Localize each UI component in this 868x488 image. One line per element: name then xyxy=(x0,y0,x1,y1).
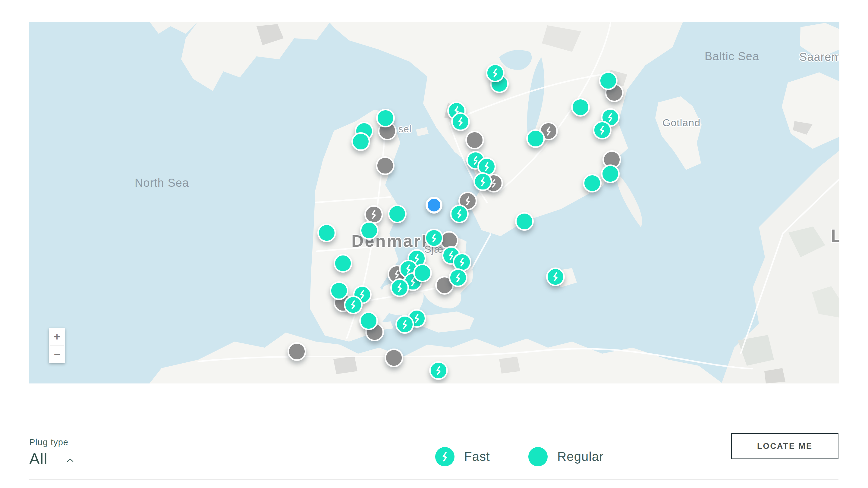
map-label: Gotland xyxy=(662,118,701,128)
charging-station-marker-fast[interactable] xyxy=(425,229,443,247)
charging-station-marker-regular[interactable] xyxy=(571,98,590,117)
charging-station-marker-regular[interactable] xyxy=(601,164,620,183)
charging-station-marker-regular[interactable] xyxy=(388,204,407,223)
charging-station-marker-fast[interactable] xyxy=(396,315,414,334)
lightning-bolt-icon xyxy=(456,117,465,127)
charging-station-marker-regular[interactable] xyxy=(376,109,395,127)
charging-station-marker-regular[interactable] xyxy=(360,221,378,240)
charging-station-marker-regular[interactable] xyxy=(334,254,352,272)
lightning-bolt-icon xyxy=(348,300,358,310)
charging-station-marker-regular[interactable] xyxy=(351,132,370,151)
plug-type-value: All xyxy=(29,450,48,468)
charging-station-marker-fast[interactable] xyxy=(390,278,409,297)
charging-station-marker-regular[interactable] xyxy=(384,349,403,367)
lightning-bolt-icon xyxy=(478,177,488,187)
map-label: sel xyxy=(398,124,412,134)
zoom-out-button[interactable]: − xyxy=(49,346,65,363)
charging-station-marker-fast[interactable] xyxy=(473,172,492,191)
plug-type-filter: Plug type All xyxy=(29,437,74,468)
plug-type-select[interactable]: All xyxy=(29,450,74,468)
locate-me-button[interactable]: LOCATE ME xyxy=(731,433,838,459)
map-label: Baltic Sea xyxy=(705,51,759,62)
map-bottombar-divider xyxy=(29,413,838,413)
user-location-dot xyxy=(426,197,442,214)
charging-station-marker-regular[interactable] xyxy=(465,131,484,150)
map-canvas[interactable]: + − North SeaBaltic SeaSaaremaaGotlandDe… xyxy=(29,22,839,384)
map-label: L xyxy=(831,227,839,245)
legend-regular: Regular xyxy=(528,447,604,466)
lightning-bolt-icon xyxy=(544,126,553,136)
chevron-up-icon xyxy=(66,458,74,464)
charging-station-marker-fast[interactable] xyxy=(593,121,612,139)
fast-charger-icon xyxy=(435,447,455,466)
charging-station-marker-fast[interactable] xyxy=(429,361,448,380)
charging-station-marker-fast[interactable] xyxy=(451,112,470,131)
charging-station-marker-regular[interactable] xyxy=(526,129,545,148)
charging-station-marker-regular[interactable] xyxy=(515,212,534,231)
lightning-bolt-icon xyxy=(400,320,410,329)
lightning-bolt-icon xyxy=(457,257,467,267)
lightning-bolt-icon xyxy=(429,233,439,243)
charging-station-marker-fast[interactable] xyxy=(450,204,469,223)
lightning-bolt-icon xyxy=(455,209,464,219)
map-label: North Sea xyxy=(135,177,189,189)
lightning-bolt-icon xyxy=(597,125,607,135)
lightning-bolt-icon xyxy=(482,162,492,171)
map-zoom-control: + − xyxy=(49,328,65,363)
charging-station-marker-regular[interactable] xyxy=(599,71,618,90)
lightning-bolt-icon xyxy=(440,452,450,462)
plug-type-label: Plug type xyxy=(29,437,74,447)
legend-fast: Fast xyxy=(435,447,490,466)
lightning-bolt-icon xyxy=(395,283,404,293)
charging-station-marker-regular[interactable] xyxy=(376,156,395,175)
lightning-bolt-icon xyxy=(606,113,615,122)
lightning-bolt-icon xyxy=(551,272,560,282)
lightning-bolt-icon xyxy=(369,210,378,219)
lightning-bolt-icon xyxy=(453,273,463,283)
legend-regular-label: Regular xyxy=(557,450,604,464)
charging-station-marker-fast[interactable] xyxy=(344,295,363,314)
charging-station-marker-regular[interactable] xyxy=(330,281,348,300)
regular-charger-icon xyxy=(528,447,548,466)
lightning-bolt-icon xyxy=(434,366,443,375)
zoom-in-button[interactable]: + xyxy=(49,328,65,346)
charging-station-marker-regular[interactable] xyxy=(317,224,336,242)
charging-station-marker-regular[interactable] xyxy=(583,174,601,193)
charging-station-marker-regular[interactable] xyxy=(413,264,432,282)
charging-station-marker-fast[interactable] xyxy=(449,268,467,287)
page-bottom-divider xyxy=(29,479,838,480)
lightning-bolt-icon xyxy=(463,196,472,206)
charging-station-marker-regular[interactable] xyxy=(359,312,378,330)
lightning-bolt-icon xyxy=(490,68,500,78)
map-label: Saaremaa xyxy=(799,51,839,63)
charging-station-marker-fast[interactable] xyxy=(546,267,565,286)
legend-fast-label: Fast xyxy=(464,450,490,464)
charging-station-marker-fast[interactable] xyxy=(486,64,504,82)
charging-station-marker-regular[interactable] xyxy=(287,342,306,361)
